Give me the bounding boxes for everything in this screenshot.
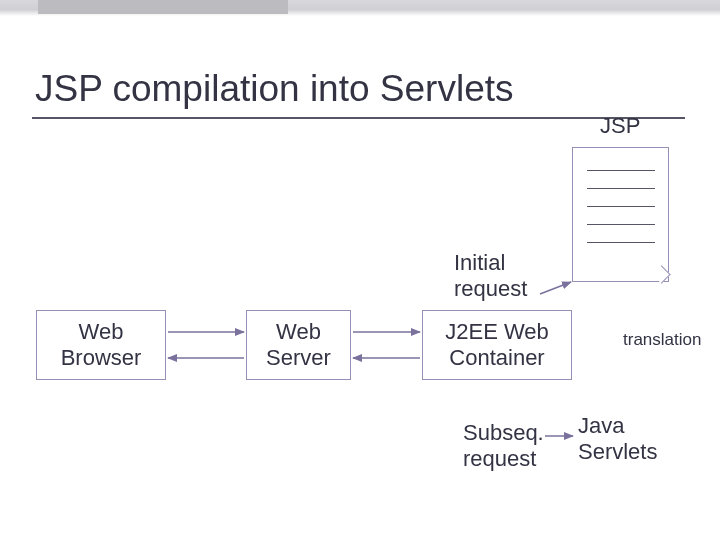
subseq-request-label: Subseq. request (463, 420, 544, 473)
slide-top-shade (38, 0, 288, 14)
doc-line (587, 242, 655, 243)
title-underline (32, 117, 685, 119)
j2ee-container-box: J2EE Web Container (422, 310, 572, 380)
doc-line (587, 206, 655, 207)
java-servlets-l1: Java (578, 413, 624, 438)
doc-line (587, 188, 655, 189)
translation-label: translation (623, 330, 701, 350)
subseq-l2: request (463, 446, 536, 471)
java-servlets-label: Java Servlets (578, 413, 657, 466)
initial-request-label: Initial request (454, 250, 527, 303)
web-server-box: Web Server (246, 310, 351, 380)
java-servlets-l2: Servlets (578, 439, 657, 464)
j2ee-l1: J2EE Web (445, 319, 549, 345)
subseq-l1: Subseq. (463, 420, 544, 445)
arrow-initial-request (540, 282, 571, 294)
slide-title: JSP compilation into Servlets (35, 68, 514, 110)
jsp-label: JSP (600, 113, 640, 139)
web-server-l1: Web (276, 319, 321, 345)
initial-request-l1: Initial (454, 250, 505, 275)
web-browser-l2: Browser (61, 345, 142, 371)
web-browser-l1: Web (79, 319, 124, 345)
jsp-document (572, 147, 669, 282)
initial-request-l2: request (454, 276, 527, 301)
doc-line (587, 224, 655, 225)
web-browser-box: Web Browser (36, 310, 166, 380)
j2ee-l2: Container (449, 345, 544, 371)
web-server-l2: Server (266, 345, 331, 371)
doc-line (587, 170, 655, 171)
